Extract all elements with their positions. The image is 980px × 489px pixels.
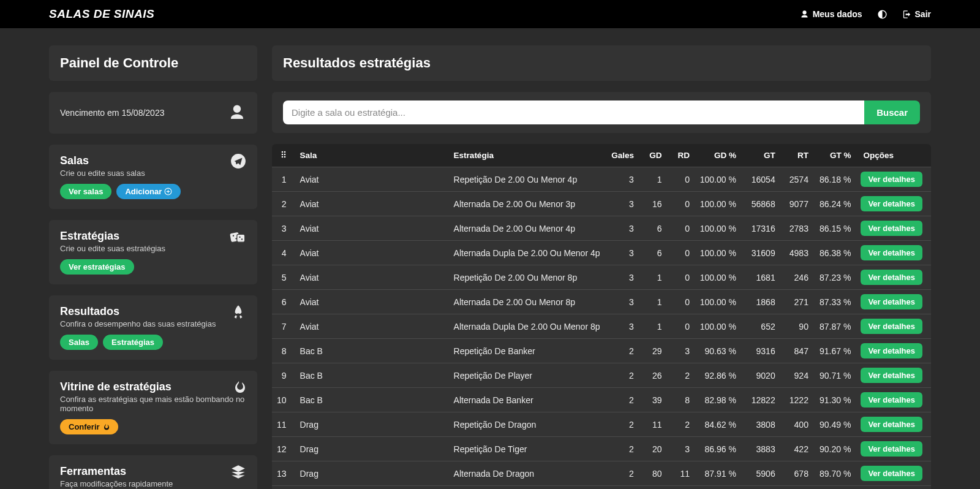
th-gdp[interactable]: GD % (695, 144, 741, 167)
cell-estrategia: Repetição De 2.00 Ou Menor 4p (449, 167, 605, 192)
my-data-link[interactable]: Meus dados (800, 9, 862, 19)
ver-detalhes-button[interactable]: Ver detalhes (861, 196, 922, 211)
plus-circle-icon (164, 188, 172, 195)
table-row: 2AviatAlternada De 2.00 Ou Menor 3p31601… (272, 192, 931, 216)
ver-detalhes-button[interactable]: Ver detalhes (861, 368, 922, 383)
resultados-salas-button[interactable]: Salas (60, 335, 98, 350)
cell-estrategia: Repetição De Tiger (449, 437, 605, 461)
cell-gtp: 90.71 % (813, 363, 856, 388)
cell-sala: Drag (295, 461, 449, 486)
cell-gales: 2 (605, 461, 639, 486)
svg-point-6 (239, 237, 240, 238)
cell-rd: 0 (667, 167, 695, 192)
ver-detalhes-button[interactable]: Ver detalhes (861, 294, 922, 309)
cell-gt: 56868 (741, 192, 780, 216)
ver-detalhes-button[interactable]: Ver detalhes (861, 441, 922, 457)
ver-detalhes-button[interactable]: Ver detalhes (861, 343, 922, 358)
cell-opcoes: Ver detalhes (856, 167, 931, 192)
row-index: 9 (272, 363, 295, 388)
main-content: Resultados estratégias Buscar Sala Estra… (272, 45, 931, 489)
ver-detalhes-button[interactable]: Ver detalhes (861, 172, 922, 187)
cell-estrategia: Repetição De Player (449, 363, 605, 388)
cell-estrategia: Repetição De Dragon (449, 412, 605, 437)
row-index: 1 (272, 167, 295, 192)
svg-point-8 (281, 151, 283, 153)
cell-gtp: 87.87 % (813, 314, 856, 339)
th-gt[interactable]: GT (741, 144, 780, 167)
th-estrategia[interactable]: Estratégia (449, 144, 605, 167)
cell-gtp: 86.38 % (813, 241, 856, 265)
th-gd[interactable]: GD (639, 144, 667, 167)
cell-sala: Drag (295, 437, 449, 461)
table-row: 1AviatRepetição De 2.00 Ou Menor 4p31010… (272, 167, 931, 192)
cell-gd: 6 (639, 216, 667, 241)
cell-sala: Aviat (295, 314, 449, 339)
cell-gales: 3 (605, 167, 639, 192)
cell-gdp: 100.00 % (695, 314, 741, 339)
ver-detalhes-button[interactable]: Ver detalhes (861, 270, 922, 285)
ver-estrategias-button[interactable]: Ver estratégias (60, 259, 134, 275)
cell-estrategia: Alternada Dupla De 2.00 Ou Menor 4p (449, 241, 605, 265)
table-header-row: Sala Estratégia Gales GD RD GD % GT RT G… (272, 144, 931, 167)
ver-detalhes-button[interactable]: Ver detalhes (861, 245, 922, 260)
cell-gd: 11 (639, 412, 667, 437)
th-gtp[interactable]: GT % (813, 144, 856, 167)
resultados-card: Resultados Confira o desempenho das suas… (49, 295, 257, 360)
th-sala[interactable]: Sala (295, 144, 449, 167)
cell-rd: 2 (667, 363, 695, 388)
salas-subtitle: Crie ou edite suas salas (60, 169, 246, 178)
cell-gales: 3 (605, 265, 639, 290)
search-button[interactable]: Buscar (864, 100, 920, 124)
resultados-estrategias-button[interactable]: Estratégias (103, 335, 163, 350)
cell-gdp: 92.86 % (695, 363, 741, 388)
adicionar-sala-button[interactable]: Adicionar (116, 184, 181, 199)
ver-detalhes-button[interactable]: Ver detalhes (861, 319, 922, 334)
cell-gtp: 86.24 % (813, 192, 856, 216)
th-rd[interactable]: RD (667, 144, 695, 167)
reorder-column[interactable] (272, 144, 295, 167)
cell-rt: 400 (780, 412, 813, 437)
table-row: 4AviatAlternada Dupla De 2.00 Ou Menor 4… (272, 241, 931, 265)
cell-gt: 3808 (741, 412, 780, 437)
cell-sala: Aviat (295, 192, 449, 216)
cell-rd: 0 (667, 265, 695, 290)
ver-detalhes-button[interactable]: Ver detalhes (861, 392, 922, 408)
ver-detalhes-button[interactable]: Ver detalhes (861, 221, 922, 236)
row-index: 10 (272, 388, 295, 412)
logout-link[interactable]: Sair (902, 9, 931, 19)
results-table: Sala Estratégia Gales GD RD GD % GT RT G… (272, 144, 931, 489)
cell-rt: 1222 (780, 388, 813, 412)
cell-gdp: 86.96 % (695, 437, 741, 461)
cell-opcoes: Ver detalhes (856, 437, 931, 461)
cell-gtp: 87.23 % (813, 265, 856, 290)
cell-gt: 12822 (741, 388, 780, 412)
cell-gd: 39 (639, 486, 667, 490)
conferir-button[interactable]: Conferir (60, 419, 118, 434)
ver-salas-button[interactable]: Ver salas (60, 184, 111, 199)
ver-detalhes-button[interactable]: Ver detalhes (861, 466, 922, 481)
expiry-card: Vencimento em 15/08/2023 (49, 92, 257, 134)
cell-sala: Drag (295, 412, 449, 437)
estrategias-title: Estratégias (60, 230, 246, 243)
cell-rt: 66 (780, 486, 813, 490)
top-right-nav: Meus dados Sair (800, 9, 931, 20)
cell-rd: 5 (667, 486, 695, 490)
salas-card: Salas Crie ou edite suas salas Ver salas… (49, 145, 257, 209)
theme-toggle[interactable] (877, 9, 888, 20)
cell-gdp: 82.98 % (695, 388, 741, 412)
cell-gt: 31609 (741, 241, 780, 265)
cell-gtp: 89.70 % (813, 461, 856, 486)
cell-opcoes: Ver detalhes (856, 461, 931, 486)
th-rt[interactable]: RT (780, 144, 813, 167)
cell-gales: 3 (605, 290, 639, 314)
cell-opcoes: Ver detalhes (856, 412, 931, 437)
cell-gt: 652 (741, 314, 780, 339)
cell-rd: 3 (667, 437, 695, 461)
panel-title: Painel de Controle (60, 55, 246, 71)
search-input[interactable] (283, 100, 864, 124)
cell-opcoes: Ver detalhes (856, 363, 931, 388)
cell-gtp: 86.18 % (813, 167, 856, 192)
th-gales[interactable]: Gales (605, 144, 639, 167)
ver-detalhes-button[interactable]: Ver detalhes (861, 417, 922, 432)
cell-estrategia: Alternada De Banker (449, 388, 605, 412)
